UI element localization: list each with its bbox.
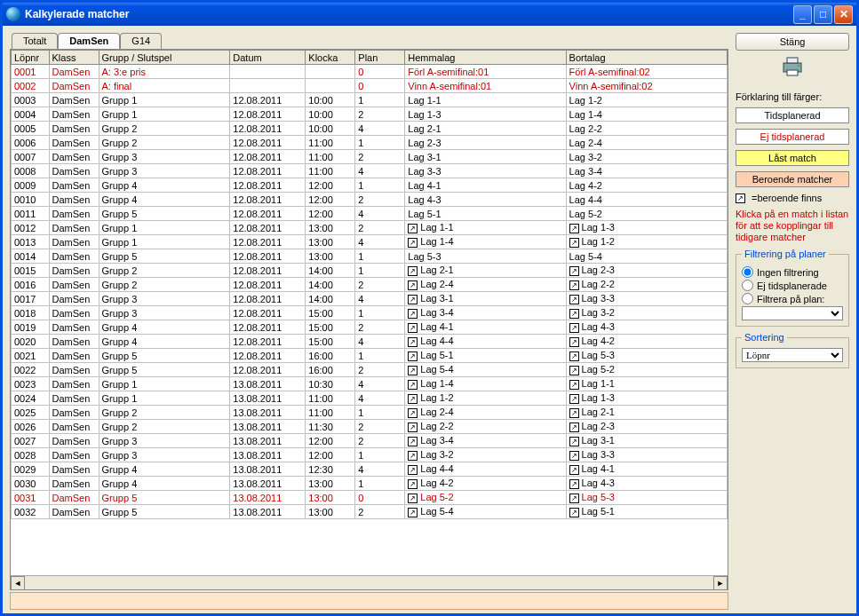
dependency-icon — [569, 323, 579, 333]
dependency-icon — [408, 266, 418, 276]
table-row[interactable]: 0029DamSenGrupp 413.08.201112:304Lag 4-4… — [12, 462, 728, 477]
dependency-icon — [569, 465, 579, 475]
table-row[interactable]: 0008DamSenGrupp 312.08.201111:004Lag 3-3… — [12, 164, 728, 178]
maximize-button[interactable]: □ — [814, 5, 832, 24]
tab-g14[interactable]: G14 — [120, 33, 162, 49]
dependency-icon — [569, 479, 579, 489]
table-row[interactable]: 0018DamSenGrupp 312.08.201115:001Lag 3-4… — [12, 306, 728, 320]
window-title: Kalkylerade matcher — [25, 8, 793, 20]
dependency-icon — [408, 366, 418, 375]
table-row[interactable]: 0017DamSenGrupp 312.08.201114:004Lag 3-1… — [12, 292, 728, 306]
col-header[interactable]: Grupp / Slutspel — [99, 51, 230, 65]
match-grid: LöpnrKlassGrupp / SlutspelDatumKlockaPla… — [10, 49, 728, 590]
sort-group: Sortering Löpnr — [736, 332, 849, 368]
legend-dependent: Beroende matcher — [736, 171, 849, 187]
legend-locked: Låst match — [736, 150, 849, 166]
table-row[interactable]: 0012DamSenGrupp 112.08.201113:002Lag 1-1… — [12, 221, 728, 235]
print-icon[interactable] — [736, 56, 849, 83]
dependency-icon — [569, 423, 579, 432]
dependency-icon — [569, 266, 579, 276]
legend-unplanned: Ej tidsplanerad — [736, 129, 849, 145]
dependency-icon — [569, 238, 579, 248]
col-header[interactable]: Datum — [230, 51, 306, 65]
filter-group: Filtrering på planer Ingen filtrering Ej… — [736, 249, 849, 327]
table-row[interactable]: 0004DamSenGrupp 112.08.201110:002Lag 1-3… — [12, 107, 728, 122]
dependency-icon — [569, 366, 579, 375]
svg-rect-1 — [787, 58, 798, 63]
dependency-icon — [569, 451, 579, 461]
dependency-explain: =beroende finns — [736, 193, 849, 203]
dependency-icon — [569, 380, 579, 390]
table-row[interactable]: 0028DamSenGrupp 313.08.201112:001Lag 3-2… — [12, 448, 728, 462]
col-header[interactable]: Löpnr — [12, 51, 50, 65]
table-row[interactable]: 0030DamSenGrupp 413.08.201113:001Lag 4-2… — [12, 477, 728, 491]
dependency-icon — [408, 280, 418, 290]
dependency-icon — [569, 280, 579, 290]
dependency-icon — [408, 423, 418, 432]
scroll-left-icon[interactable]: ◄ — [11, 576, 25, 590]
close-button[interactable]: Stäng — [736, 33, 849, 51]
col-header[interactable]: Hemmalag — [405, 51, 566, 65]
table-row[interactable]: 0025DamSenGrupp 213.08.201111:001Lag 2-4… — [12, 406, 728, 420]
dependency-icon — [569, 394, 579, 404]
dependency-icon — [408, 465, 418, 475]
table-row[interactable]: 0003DamSenGrupp 112.08.201110:001Lag 1-1… — [12, 93, 728, 107]
legend-title: Förklaring till färger: — [736, 91, 849, 102]
minimize-button[interactable]: _ — [793, 5, 812, 24]
dependency-icon — [569, 309, 579, 319]
filter-byplan-radio[interactable] — [742, 293, 753, 304]
dependency-icon — [408, 309, 418, 319]
table-row[interactable]: 0022DamSenGrupp 512.08.201116:002Lag 5-4… — [12, 363, 728, 377]
filter-plan-select[interactable] — [742, 306, 843, 320]
close-window-button[interactable]: ✕ — [834, 5, 853, 24]
sort-title: Sortering — [742, 332, 787, 343]
table-row[interactable]: 0020DamSenGrupp 412.08.201115:004Lag 4-4… — [12, 335, 728, 349]
grid-scroll[interactable]: LöpnrKlassGrupp / SlutspelDatumKlockaPla… — [11, 50, 728, 575]
click-hint: Klicka på en match i listan för att se k… — [736, 209, 849, 243]
filter-unplanned-radio[interactable] — [742, 280, 753, 291]
sort-select[interactable]: Löpnr — [742, 348, 843, 362]
dependency-icon — [569, 437, 579, 446]
table-row[interactable]: 0015DamSenGrupp 212.08.201114:001Lag 2-1… — [12, 264, 728, 278]
table-row[interactable]: 0026DamSenGrupp 213.08.201111:302Lag 2-2… — [12, 420, 728, 434]
col-header[interactable]: Bortalag — [566, 51, 727, 65]
table-row[interactable]: 0023DamSenGrupp 113.08.201110:304Lag 1-4… — [12, 377, 728, 391]
table-row[interactable]: 0009DamSenGrupp 412.08.201112:001Lag 4-1… — [12, 178, 728, 193]
table-row[interactable]: 0011DamSenGrupp 512.08.201112:004Lag 5-1… — [12, 207, 728, 221]
filter-title: Filtrering på planer — [742, 249, 829, 259]
dependency-icon — [408, 323, 418, 333]
col-header[interactable]: Klocka — [306, 51, 355, 65]
svg-point-3 — [798, 65, 799, 67]
horizontal-scrollbar[interactable]: ◄ ► — [11, 575, 728, 589]
table-row[interactable]: 0032DamSenGrupp 513.08.201113:002Lag 5-4… — [12, 505, 728, 519]
table-row[interactable]: 0010DamSenGrupp 412.08.201112:002Lag 4-3… — [12, 193, 728, 207]
table-row[interactable]: 0024DamSenGrupp 113.08.201111:004Lag 1-2… — [12, 391, 728, 406]
table-row[interactable]: 0005DamSenGrupp 212.08.201110:004Lag 2-1… — [12, 122, 728, 136]
dependency-icon — [569, 337, 579, 347]
dependency-icon — [408, 408, 418, 418]
table-row[interactable]: 0013DamSenGrupp 112.08.201113:004Lag 1-4… — [12, 235, 728, 249]
app-icon — [6, 7, 20, 21]
legend-planned: Tidsplanerad — [736, 107, 849, 123]
tab-damsen[interactable]: DamSen — [58, 33, 120, 49]
filter-none-radio[interactable] — [742, 266, 753, 278]
col-header[interactable]: Plan — [355, 51, 405, 65]
table-row[interactable]: 0031DamSenGrupp 513.08.201113:000Lag 5-2… — [12, 491, 728, 505]
dependency-icon — [408, 451, 418, 461]
table-row[interactable]: 0019DamSenGrupp 412.08.201115:002Lag 4-1… — [12, 320, 728, 335]
status-bar — [10, 592, 728, 610]
dependency-icon — [408, 295, 418, 304]
dependency-icon — [569, 351, 579, 361]
table-row[interactable]: 0014DamSenGrupp 512.08.201113:001Lag 5-3… — [12, 249, 728, 264]
col-header[interactable]: Klass — [49, 51, 99, 65]
scroll-right-icon[interactable]: ► — [713, 576, 728, 590]
tab-totalt[interactable]: Totalt — [12, 33, 58, 49]
table-row[interactable]: 0021DamSenGrupp 512.08.201116:001Lag 5-1… — [12, 349, 728, 363]
table-row[interactable]: 0027DamSenGrupp 313.08.201112:002Lag 3-4… — [12, 434, 728, 448]
table-row[interactable]: 0006DamSenGrupp 212.08.201111:001Lag 2-3… — [12, 136, 728, 150]
table-row[interactable]: 0016DamSenGrupp 212.08.201114:002Lag 2-4… — [12, 278, 728, 292]
table-row[interactable]: 0001DamSenA: 3:e pris0Förl A-semifinal:0… — [12, 65, 728, 79]
table-row[interactable]: 0007DamSenGrupp 312.08.201111:002Lag 3-1… — [12, 150, 728, 164]
svg-rect-2 — [787, 70, 798, 75]
table-row[interactable]: 0002DamSenA: final0Vinn A-semifinal:01Vi… — [12, 79, 728, 93]
